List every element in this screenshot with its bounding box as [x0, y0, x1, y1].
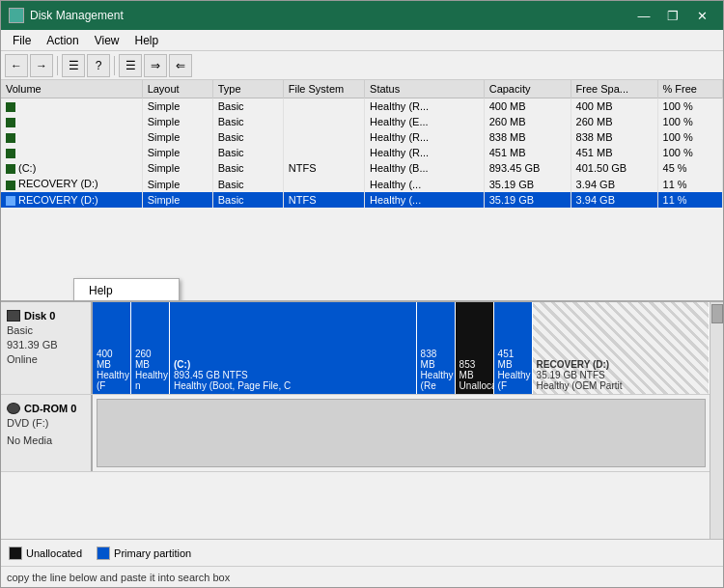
- toolbar-btn-3[interactable]: ☰: [62, 54, 85, 77]
- toolbar: ← → ☰ ? ☰ ⇒ ⇐: [1, 51, 723, 80]
- cell-freepct: 11 %: [657, 192, 722, 208]
- main-window: Disk Management — ❐ ✕ File Action View H…: [0, 0, 724, 588]
- forward-button[interactable]: →: [30, 54, 53, 77]
- table-row[interactable]: RECOVERY (D:) Simple Basic Healthy (... …: [1, 176, 723, 191]
- cell-freespace: 838 MB: [571, 129, 657, 145]
- cell-freepct: 100 %: [657, 145, 722, 160]
- app-icon: [9, 8, 24, 23]
- cell-status: Healthy (R...: [365, 145, 485, 160]
- cell-volume: [1, 98, 142, 115]
- menu-action[interactable]: Action: [39, 32, 86, 49]
- cell-type: Basic: [212, 192, 283, 208]
- cell-freespace: 3.94 GB: [571, 176, 657, 191]
- cell-freepct: 100 %: [657, 114, 722, 129]
- cell-volume: RECOVERY (D:): [1, 192, 142, 208]
- back-button[interactable]: ←: [5, 54, 28, 77]
- partition-838mb-size: 838 MB: [421, 349, 451, 370]
- cell-layout: Simple: [142, 192, 212, 208]
- partition-unallocated[interactable]: 853 MB Unallocated: [456, 302, 494, 394]
- header-volume: Volume: [1, 80, 142, 98]
- help-button[interactable]: ?: [87, 54, 110, 77]
- cell-capacity: 35.19 GB: [484, 176, 571, 191]
- disk-0-title: Disk 0: [7, 310, 85, 322]
- partition-unallocated-size: 853 MB: [459, 359, 489, 380]
- legend-unallocated-box: [9, 546, 22, 560]
- partition-recovery[interactable]: RECOVERY (D:) 35.19 GB NTFS Healthy (OEM…: [533, 302, 710, 394]
- cdrom-0-row: CD-ROM 0 DVD (F:) No Media: [1, 395, 710, 472]
- status-text: copy the line below and paste it into se…: [7, 572, 230, 583]
- cell-volume: [1, 145, 142, 160]
- scrollbar-thumb[interactable]: [711, 304, 723, 323]
- context-menu: Help: [73, 278, 180, 302]
- cell-type: Basic: [212, 176, 283, 191]
- cell-status: Healthy (B...: [365, 160, 485, 176]
- partition-recovery-label: RECOVERY (D:): [537, 359, 705, 370]
- menu-file[interactable]: File: [5, 32, 39, 49]
- cell-freespace: 401.50 GB: [571, 160, 657, 176]
- disk-0-partitions: 400 MB Healthy (F 260 MB Healthy n (C:) …: [93, 302, 710, 394]
- disk-map-inner: Disk 0 Basic 931.39 GB Online 400 MB Hea…: [1, 302, 723, 495]
- partition-400mb[interactable]: 400 MB Healthy (F: [93, 302, 131, 394]
- legend-primary-label: Primary partition: [114, 547, 191, 559]
- header-freepct: % Free: [657, 80, 722, 98]
- separator-2: [114, 56, 115, 75]
- partition-260mb[interactable]: 260 MB Healthy n: [131, 302, 170, 394]
- maximize-button[interactable]: ❐: [659, 5, 686, 26]
- partition-c-label: (C:): [174, 359, 412, 370]
- partition-451mb[interactable]: 451 MB Healthy (F: [494, 302, 533, 394]
- table-row[interactable]: Simple Basic Healthy (R... 838 MB 838 MB…: [1, 129, 723, 145]
- cell-freepct: 45 %: [657, 160, 722, 176]
- cell-layout: Simple: [142, 145, 212, 160]
- cell-fs: [283, 145, 364, 160]
- disk-0-status: Online: [7, 353, 85, 365]
- header-status: Status: [365, 80, 485, 98]
- cell-capacity: 893.45 GB: [484, 160, 571, 176]
- menu-help[interactable]: Help: [127, 32, 167, 49]
- legend-unallocated-label: Unallocated: [26, 547, 82, 559]
- partition-c[interactable]: (C:) 893.45 GB NTFS Healthy (Boot, Page …: [170, 302, 417, 394]
- window-controls: — ❐ ✕: [630, 5, 715, 26]
- toolbar-btn-7[interactable]: ⇐: [169, 54, 192, 77]
- table-row[interactable]: Simple Basic Healthy (E... 260 MB 260 MB…: [1, 114, 723, 129]
- volume-table-panel: Volume Layout Type File System Status Ca…: [1, 80, 723, 302]
- cdrom-0-type: DVD (F:): [7, 417, 85, 429]
- partition-838mb-status: Healthy (Re: [421, 370, 451, 391]
- table-row[interactable]: (C:) Simple Basic NTFS Healthy (B... 893…: [1, 160, 723, 176]
- legend-bar: Unallocated Primary partition: [1, 539, 723, 566]
- close-button[interactable]: ✕: [688, 5, 715, 26]
- cell-freespace: 260 MB: [571, 114, 657, 129]
- cdrom-0-title: CD-ROM 0: [7, 403, 85, 414]
- cell-capacity: 838 MB: [484, 129, 571, 145]
- toolbar-btn-6[interactable]: ⇒: [144, 54, 167, 77]
- cell-fs: [283, 176, 364, 191]
- toolbar-btn-5[interactable]: ☰: [119, 54, 142, 77]
- cell-capacity: 400 MB: [484, 98, 571, 115]
- cdrom-0-status: No Media: [7, 434, 85, 446]
- partition-recovery-status: Healthy (OEM Partit: [537, 380, 705, 391]
- cell-fs: [283, 129, 364, 145]
- partition-451mb-size: 451 MB: [498, 349, 528, 370]
- cell-status: Healthy (...: [365, 176, 485, 191]
- partition-400mb-size: 400 MB: [97, 349, 126, 370]
- table-row[interactable]: RECOVERY (D:) Simple Basic NTFS Healthy …: [1, 192, 723, 208]
- minimize-button[interactable]: —: [630, 5, 657, 26]
- partition-838mb[interactable]: 838 MB Healthy (Re: [417, 302, 456, 394]
- cell-layout: Simple: [142, 114, 212, 129]
- vertical-scrollbar[interactable]: [710, 302, 723, 539]
- table-row[interactable]: Simple Basic Healthy (R... 451 MB 451 MB…: [1, 145, 723, 160]
- cell-freepct: 11 %: [657, 176, 722, 191]
- cell-volume: [1, 114, 142, 129]
- cell-freepct: 100 %: [657, 129, 722, 145]
- cell-capacity: 260 MB: [484, 114, 571, 129]
- legend-primary-box: [97, 546, 110, 560]
- cell-volume: RECOVERY (D:): [1, 176, 142, 191]
- menu-bar: File Action View Help: [1, 30, 723, 51]
- cell-type: Basic: [212, 160, 283, 176]
- menu-view[interactable]: View: [87, 32, 127, 49]
- cell-capacity: 451 MB: [484, 145, 571, 160]
- disk-0-type: Basic: [7, 324, 85, 336]
- table-row[interactable]: Simple Basic Healthy (R... 400 MB 400 MB…: [1, 98, 723, 115]
- cell-fs: NTFS: [283, 192, 364, 208]
- partition-260mb-status: Healthy n: [135, 370, 165, 391]
- context-menu-help[interactable]: Help: [74, 279, 179, 302]
